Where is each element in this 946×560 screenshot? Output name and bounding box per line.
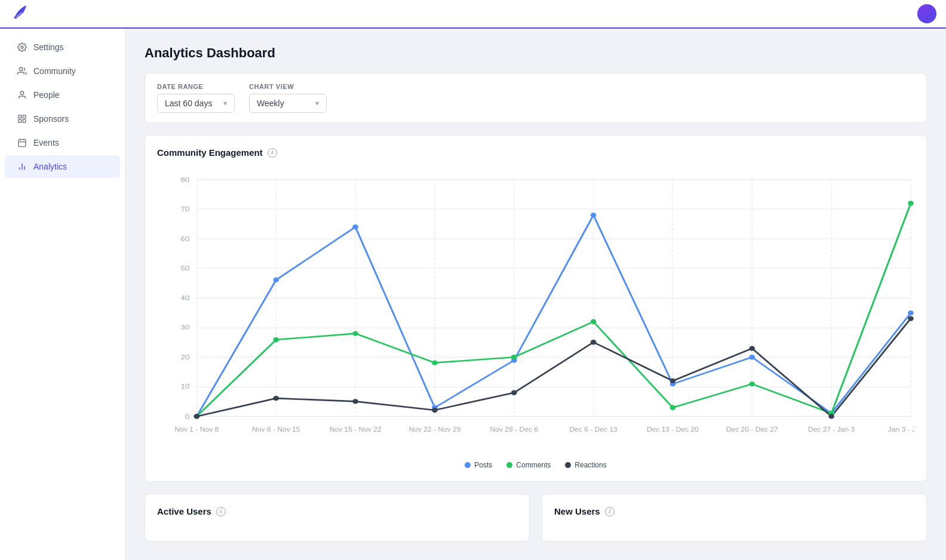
svg-point-2 (19, 67, 22, 70)
page-title: Analytics Dashboard (145, 45, 927, 61)
active-users-card: Active Users i (145, 494, 530, 541)
svg-point-0 (14, 16, 17, 19)
posts-line (196, 215, 911, 416)
sidebar-item-label: Analytics (33, 162, 67, 171)
svg-text:Nov 1 - Nov 8: Nov 1 - Nov 8 (175, 426, 219, 433)
svg-text:70: 70 (181, 205, 190, 213)
user-avatar[interactable] (917, 4, 936, 23)
reactions-dot (749, 346, 755, 350)
chart-view-group: CHART VIEW Weekly ▾ (249, 83, 327, 113)
legend-posts: Posts (465, 461, 492, 469)
reactions-dot (591, 340, 597, 344)
reactions-dot (273, 396, 279, 401)
svg-text:10: 10 (181, 383, 190, 390)
svg-rect-7 (23, 119, 26, 122)
new-users-title: New Users i (554, 506, 914, 516)
new-users-card: New Users i (542, 494, 927, 541)
comments-dot (908, 201, 914, 205)
info-icon: i (605, 507, 615, 516)
sidebar-item-label: Sponsors (33, 114, 69, 124)
calendar-icon (17, 137, 27, 148)
reactions-dot (670, 379, 676, 383)
svg-text:Dec 6 - Dec 13: Dec 6 - Dec 13 (569, 426, 617, 433)
svg-text:0: 0 (185, 413, 189, 420)
reactions-dot (828, 414, 834, 419)
comments-dot (352, 331, 358, 336)
svg-text:Nov 29 - Dec 6: Nov 29 - Dec 6 (490, 426, 538, 433)
reactions-legend-dot (565, 462, 571, 468)
svg-rect-5 (23, 115, 26, 118)
posts-dot (908, 310, 914, 315)
date-range-value: Last 60 days (165, 99, 212, 108)
svg-text:20: 20 (181, 353, 190, 361)
info-icon: i (216, 507, 226, 516)
chevron-down-icon: ▾ (315, 99, 319, 107)
main-content: Analytics Dashboard DATE RANGE Last 60 d… (125, 29, 946, 560)
gear-icon (17, 42, 27, 53)
legend-reactions: Reactions (565, 461, 606, 469)
comments-dot (670, 405, 676, 410)
date-range-group: DATE RANGE Last 60 days ▾ (157, 83, 235, 113)
person-icon (17, 90, 27, 100)
svg-text:Nov 22 - Nov 29: Nov 22 - Nov 29 (408, 426, 460, 433)
reactions-dot (194, 414, 200, 419)
chart-legend: Posts Comments Reactions (157, 461, 914, 469)
svg-text:Nov 8 - Nov 15: Nov 8 - Nov 15 (252, 426, 300, 433)
sidebar-item-analytics[interactable]: Analytics (5, 155, 120, 178)
sidebar-item-label: Community (33, 66, 76, 76)
svg-point-3 (20, 91, 23, 94)
grid-icon (17, 113, 27, 124)
svg-text:60: 60 (181, 235, 190, 243)
svg-text:80: 80 (181, 176, 190, 184)
chart-area: .grid-line { stroke: #e5e7eb; stroke-wid… (157, 167, 914, 454)
sidebar: Settings Community People (0, 29, 125, 560)
posts-dot (273, 278, 279, 282)
comments-dot (273, 337, 279, 342)
reactions-dot (352, 399, 358, 404)
svg-text:Dec 20 - Dec 27: Dec 20 - Dec 27 (726, 426, 778, 433)
svg-rect-6 (19, 119, 22, 122)
legend-comments: Comments (506, 461, 551, 469)
reactions-dot (432, 408, 438, 413)
svg-text:Nov 15 - Nov 22: Nov 15 - Nov 22 (330, 426, 382, 433)
comments-dot (591, 319, 597, 324)
sidebar-item-label: Settings (33, 42, 64, 52)
chart-view-value: Weekly (257, 99, 284, 108)
main-layout: Settings Community People (0, 29, 946, 560)
posts-legend-dot (465, 462, 471, 468)
reactions-dot (908, 316, 914, 321)
svg-text:Jan 3 - Jan 10: Jan 3 - Jan 10 (888, 426, 914, 433)
posts-dot (591, 213, 597, 217)
chart-view-label: CHART VIEW (249, 83, 327, 90)
top-bar (0, 0, 946, 29)
logo (10, 3, 29, 24)
comments-dot (511, 355, 517, 359)
comments-dot (432, 360, 438, 365)
sidebar-item-people[interactable]: People (5, 84, 120, 106)
chart-view-select[interactable]: Weekly ▾ (249, 94, 327, 113)
posts-dot (749, 355, 755, 359)
comments-legend-dot (506, 462, 512, 468)
reactions-line (196, 319, 911, 417)
date-range-select[interactable]: Last 60 days ▾ (157, 94, 235, 113)
community-engagement-title: Community Engagement i (157, 147, 914, 158)
chevron-down-icon: ▾ (223, 99, 227, 107)
info-icon: i (268, 148, 277, 158)
comments-line (196, 204, 911, 417)
svg-text:Dec 13 - Dec 20: Dec 13 - Dec 20 (647, 426, 699, 433)
people-group-icon (17, 66, 27, 76)
sidebar-item-label: Events (33, 138, 59, 147)
sidebar-item-label: People (33, 90, 60, 100)
community-engagement-card: Community Engagement i .grid-line { stro… (145, 135, 927, 482)
bottom-cards: Active Users i New Users i (145, 494, 927, 541)
filter-bar: DATE RANGE Last 60 days ▾ CHART VIEW Wee… (145, 73, 927, 123)
sidebar-item-settings[interactable]: Settings (5, 36, 120, 59)
sidebar-item-community[interactable]: Community (5, 60, 120, 82)
sidebar-item-sponsors[interactable]: Sponsors (5, 107, 120, 130)
svg-text:30: 30 (181, 324, 190, 331)
posts-dot (352, 224, 358, 229)
date-range-label: DATE RANGE (157, 83, 235, 90)
bar-chart-icon (17, 161, 27, 172)
sidebar-item-events[interactable]: Events (5, 131, 120, 154)
reactions-dot (511, 390, 517, 395)
